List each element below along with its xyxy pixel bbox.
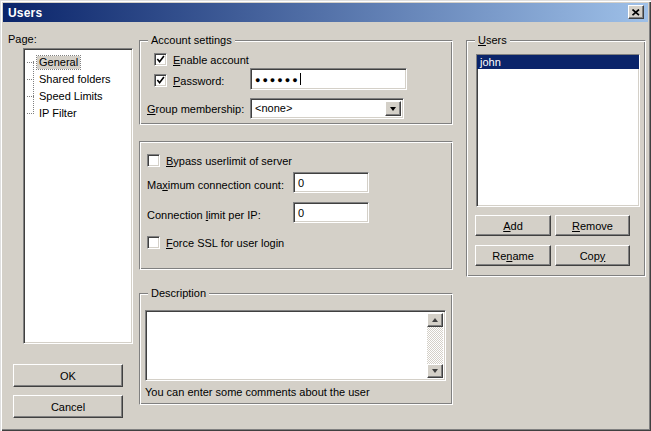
page-tree: General Shared folders Speed Limits IP F… [23, 48, 133, 344]
bypass-userlimit-label[interactable]: Bypass userlimit of server [166, 155, 292, 168]
description-group: Description You can enter some comments … [139, 293, 453, 405]
rename-user-button[interactable]: Rename [475, 245, 551, 266]
vertical-scrollbar[interactable] [427, 313, 443, 378]
ok-button[interactable]: OK [13, 364, 123, 387]
checkmark-icon [156, 77, 165, 85]
enable-account-label[interactable]: Enable account [173, 54, 249, 67]
users-dialog: Users Page: General Shared folders Speed… [0, 0, 651, 431]
account-settings-legend: Account settings [148, 34, 235, 47]
text-caret [300, 73, 301, 85]
add-user-button[interactable]: Add [475, 215, 551, 236]
password-checkbox[interactable] [154, 74, 167, 87]
scroll-down-button[interactable] [427, 364, 443, 378]
users-list: john [476, 54, 640, 207]
connection-limit-per-ip-label: Connection limit per IP: [147, 209, 261, 222]
arrow-down-icon [432, 369, 438, 373]
tree-branch-icon [27, 62, 34, 63]
checkmark-icon [156, 56, 165, 64]
tree-branch-icon [27, 96, 34, 97]
users-group: Users john Add Remove Rename Copy [466, 40, 646, 277]
password-input[interactable]: ●●●●●● [250, 68, 407, 90]
tree-item-speed-limits[interactable]: Speed Limits [24, 88, 132, 105]
cancel-button[interactable]: Cancel [13, 395, 123, 418]
copy-user-button[interactable]: Copy [555, 245, 630, 266]
description-textarea[interactable] [145, 310, 446, 381]
max-connection-label: Maximum connection count: [147, 179, 284, 192]
group-membership-label: Group membership: [147, 103, 244, 116]
tree-item-general[interactable]: General [24, 54, 132, 71]
bypass-userlimit-checkbox[interactable] [147, 154, 160, 167]
user-list-item[interactable]: john [477, 55, 639, 69]
max-connection-input[interactable]: 0 [293, 172, 369, 193]
arrow-up-icon [432, 318, 438, 322]
description-hint: You can enter some comments about the us… [145, 386, 370, 399]
tree-branch-icon [27, 113, 34, 114]
tree-branch-icon [27, 79, 34, 80]
users-legend: Users [475, 34, 510, 47]
tree-item-shared-folders[interactable]: Shared folders [24, 71, 132, 88]
close-button[interactable] [628, 5, 644, 19]
tree-item-ip-filter[interactable]: IP Filter [24, 105, 132, 122]
page-label: Page: [8, 33, 37, 46]
enable-account-checkbox[interactable] [154, 53, 167, 66]
description-legend: Description [148, 287, 209, 300]
password-label[interactable]: Password: [173, 75, 224, 88]
connection-limits-group: Bypass userlimit of server Maximum conne… [139, 141, 453, 270]
chevron-down-icon [390, 107, 396, 111]
connection-limit-per-ip-input[interactable]: 0 [293, 202, 369, 223]
force-ssl-label[interactable]: Force SSL for user login [166, 237, 284, 250]
remove-user-button[interactable]: Remove [555, 215, 630, 236]
account-settings-group: Account settings Enable account Password… [139, 40, 453, 125]
close-icon [632, 9, 640, 16]
group-membership-select[interactable]: <none> [250, 98, 404, 119]
combo-dropdown-button[interactable] [385, 101, 401, 116]
window-title: Users [3, 6, 42, 20]
force-ssl-checkbox[interactable] [147, 236, 160, 249]
scroll-up-button[interactable] [427, 313, 443, 327]
title-bar[interactable]: Users [3, 3, 648, 22]
